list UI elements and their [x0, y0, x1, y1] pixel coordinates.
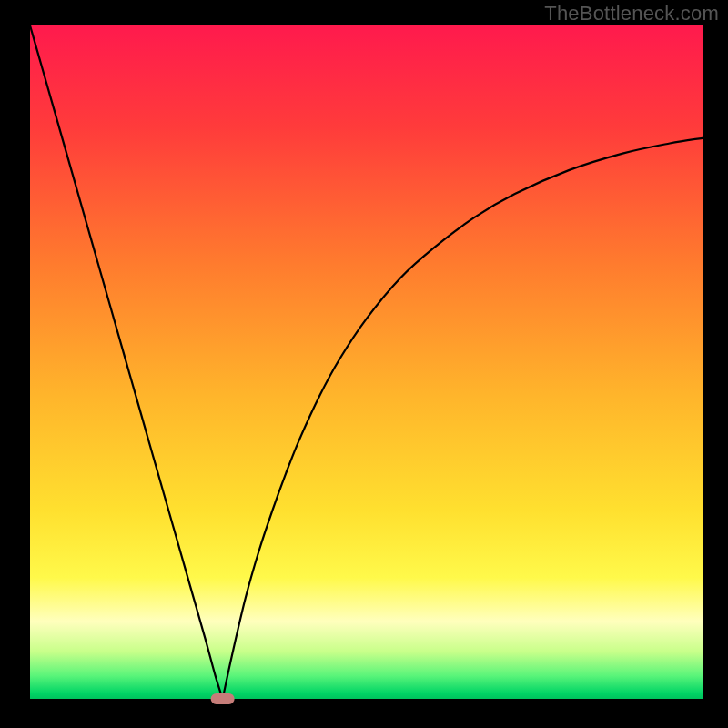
bottleneck-chart: [0, 0, 728, 728]
chart-frame: TheBottleneck.com: [0, 0, 728, 728]
optimum-marker: [211, 693, 235, 704]
watermark-text: TheBottleneck.com: [544, 2, 719, 25]
plot-area: [30, 25, 703, 699]
